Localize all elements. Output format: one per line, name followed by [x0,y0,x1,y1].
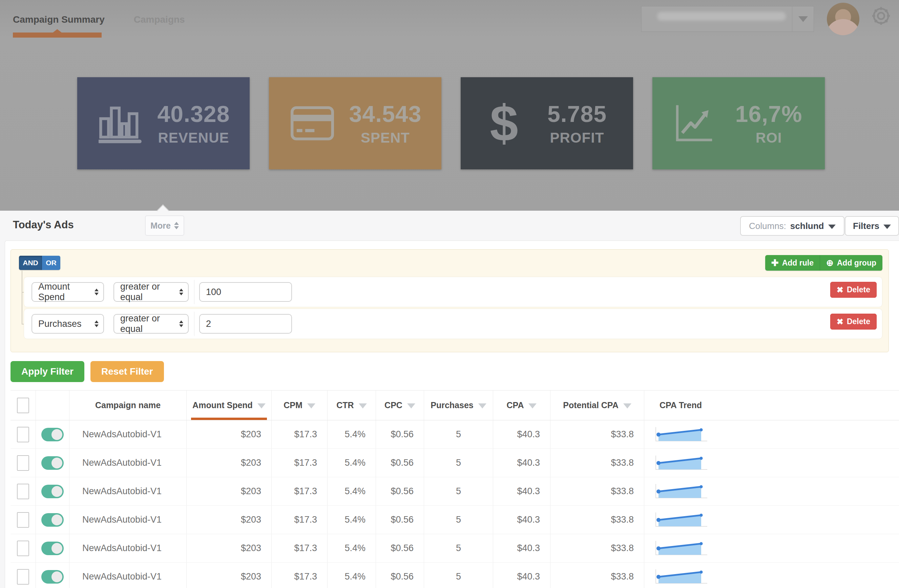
rule-value-input[interactable] [199,314,292,333]
row-checkbox[interactable] [17,455,29,471]
row-enabled-toggle[interactable] [41,485,64,498]
and-toggle-button[interactable]: AND [19,256,42,270]
main-tabs: Campaign Summary Campaigns [13,14,185,38]
add-group-button[interactable]: ⊕ Add group [820,255,882,271]
cpc-cell: $0.56 [376,506,424,534]
account-dropdown[interactable] [641,6,814,32]
amount-spend-cell: $203 [187,563,272,588]
or-toggle-button[interactable]: OR [42,256,60,270]
rule-divider [194,312,195,336]
delete-rule-button[interactable]: ✖ Delete [830,314,877,330]
sort-caret-icon [528,403,536,409]
campaign-name-cell: NewAdsAutobid-V1 [70,449,187,477]
row-enabled-toggle[interactable] [41,428,64,441]
spent-card: 34.543 SPENT [269,77,441,169]
sort-caret-icon [478,403,487,409]
rule-value-input[interactable] [199,282,292,302]
amount-spend-cell: $203 [187,506,272,534]
cpa-trend-sparkline [653,426,711,443]
roi-label: ROI [723,130,815,146]
amount-spend-header[interactable]: Amount Spend [187,390,272,420]
cpc-header[interactable]: CPC [376,390,424,420]
toggle-column-header [36,390,70,420]
potential-cpa-cell: $33.8 [550,563,644,588]
rule-operator-value: greater or equal [120,281,179,302]
active-tab-notch [53,29,62,33]
row-enabled-toggle[interactable] [41,570,64,583]
add-rule-label: Add rule [782,258,814,268]
apply-filter-button[interactable]: Apply Filter [11,361,84,382]
cpa-trend-sparkline [653,454,711,472]
ctr-cell: 5.4% [327,477,376,505]
campaign-name-header[interactable]: Campaign name [70,390,187,420]
select-stepper-icon [94,289,99,295]
filter-rule-row: Amount Spend greater or equal ✖ Delete [24,277,882,307]
tab-campaigns[interactable]: Campaigns [134,14,185,38]
potential-cpa-cell: $33.8 [550,449,644,477]
trend-up-icon [669,103,723,144]
user-avatar[interactable] [827,3,859,35]
and-or-toggle: AND OR [19,256,60,270]
row-enabled-toggle[interactable] [41,456,64,470]
cpm-cell: $17.3 [272,534,327,562]
row-checkbox[interactable] [17,427,29,442]
toggle-knob [51,514,62,525]
sort-caret-icon [359,403,367,409]
rule-field-select[interactable]: Purchases [31,314,104,333]
rule-operator-select[interactable]: greater or equal [113,282,188,302]
bar-chart-icon [94,103,148,144]
settings-gear-icon[interactable] [871,5,891,28]
table-row: NewAdsAutobid-V1 $203 $17.3 5.4% $0.56 5… [11,563,899,588]
potential-cpa-cell: $33.8 [550,477,644,505]
rule-operator-value: greater or equal [120,313,179,334]
chevron-down-icon [799,16,808,22]
ctr-cell: 5.4% [327,563,376,588]
sort-caret-icon [307,403,315,409]
potential-cpa-header[interactable]: Potential CPA [550,390,644,420]
row-checkbox[interactable] [17,512,29,528]
sort-caret-icon [407,403,415,409]
filters-label: Filters [853,221,879,231]
account-dropdown-redacted-text [657,12,786,21]
filters-dropdown-button[interactable]: Filters [845,216,899,236]
up-down-stepper-icon [174,222,179,229]
reset-filter-button[interactable]: Reset Filter [90,361,164,382]
top-section-dimmed: Campaign Summary Campaigns [0,0,899,211]
cpa-trend-sparkline [653,568,711,586]
rule-field-select[interactable]: Amount Spend [31,282,104,302]
row-enabled-toggle[interactable] [41,513,64,527]
columns-dropdown-button[interactable]: Columns: schlund [740,216,845,236]
table-row: NewAdsAutobid-V1 $203 $17.3 5.4% $0.56 5… [11,449,899,477]
purchases-header[interactable]: Purchases [424,390,493,420]
revenue-value: 40.328 [148,100,239,127]
amount-spend-cell: $203 [187,534,272,562]
tab-campaign-summary[interactable]: Campaign Summary [13,14,105,38]
rule-operator-select[interactable]: greater or equal [113,314,188,333]
row-enabled-toggle[interactable] [41,542,64,555]
row-checkbox[interactable] [17,540,29,556]
ctr-cell: 5.4% [327,420,376,448]
ctr-cell: 5.4% [327,534,376,562]
delete-rule-button[interactable]: ✖ Delete [830,282,877,298]
table-row: NewAdsAutobid-V1 $203 $17.3 5.4% $0.56 5… [11,477,899,506]
tab-campaigns-label: Campaigns [134,14,185,25]
toggle-knob [51,458,62,468]
add-rule-button[interactable]: ✚ Add rule [765,255,820,271]
revenue-card: 40.328 REVENUE [77,77,250,169]
ctr-header[interactable]: CTR [327,390,376,420]
cpm-header[interactable]: CPM [272,390,327,420]
cpa-trend-cell [644,420,899,448]
columns-label: Columns: [749,221,786,231]
more-button-label: More [150,221,171,231]
select-all-checkbox[interactable] [17,398,29,413]
circled-plus-icon: ⊕ [826,258,834,268]
row-checkbox[interactable] [17,569,29,585]
cpa-cell: $40.3 [493,563,550,588]
more-button[interactable]: More [145,215,184,236]
rule-field-value: Amount Spend [38,281,94,302]
delete-label: Delete [847,285,870,294]
row-checkbox[interactable] [17,484,29,499]
table-row: NewAdsAutobid-V1 $203 $17.3 5.4% $0.56 5… [11,506,899,534]
cpa-header[interactable]: CPA [493,390,550,420]
active-sort-underline [191,418,267,420]
